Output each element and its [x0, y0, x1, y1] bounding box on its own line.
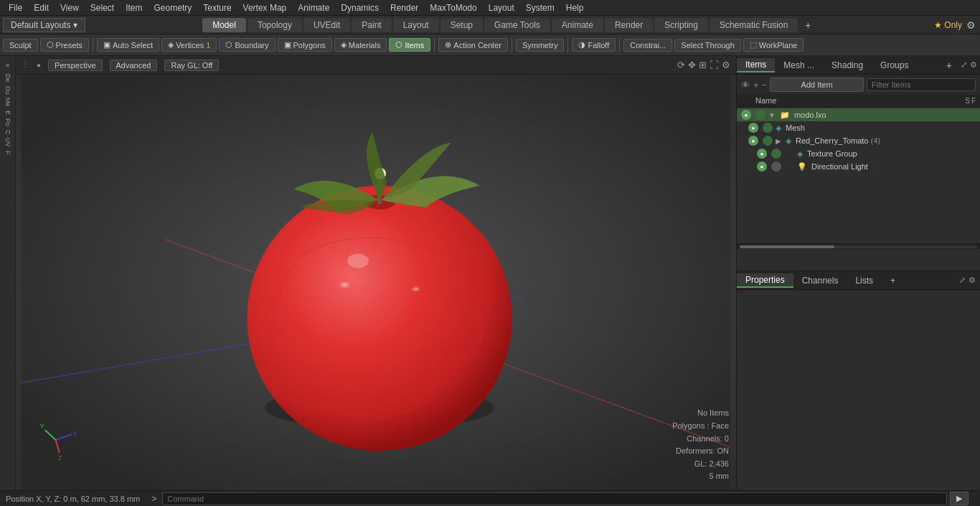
- tab-schematic-fusion[interactable]: Schematic Fusion: [710, 18, 798, 32]
- sidebar-label-uv[interactable]: UV: [4, 136, 12, 149]
- tab-groups[interactable]: Groups: [872, 59, 917, 72]
- menu-dynamics[interactable]: Dynamics: [335, 1, 385, 14]
- menu-texture[interactable]: Texture: [197, 1, 237, 14]
- vp-zoom-icon[interactable]: ⊞: [699, 60, 707, 70]
- vertices-button[interactable]: ◈ Vertices 1: [161, 38, 217, 52]
- command-run-button[interactable]: ▶: [950, 492, 969, 505]
- menu-vertex-map[interactable]: Vertex Map: [237, 1, 293, 14]
- items-gear-icon[interactable]: ⚙: [970, 60, 977, 70]
- advanced-button[interactable]: Advanced: [110, 60, 158, 71]
- tab-scripting[interactable]: Scripting: [654, 18, 708, 32]
- presets-button[interactable]: ⬡ Presets: [40, 38, 89, 52]
- workplane-button[interactable]: ⬚ WorkPlane: [743, 38, 804, 52]
- star-badge[interactable]: ★ Only: [934, 20, 962, 30]
- tab-mesh[interactable]: Mesh ...: [775, 59, 823, 72]
- materials-button[interactable]: ◈ Materials: [334, 38, 387, 52]
- sidebar-label-me[interactable]: Me: [4, 96, 12, 108]
- symmetry-button[interactable]: Symmetry: [516, 39, 565, 52]
- menu-system[interactable]: System: [520, 1, 560, 14]
- menu-maxtomodo[interactable]: MaxToModo: [424, 1, 482, 14]
- item-mesh[interactable]: ● ◈ Mesh: [737, 121, 980, 134]
- items-eye-icon[interactable]: 👁: [741, 80, 750, 90]
- tab-add[interactable]: +: [882, 274, 904, 287]
- tab-lists[interactable]: Lists: [847, 274, 882, 287]
- item-vis2-light[interactable]: [771, 161, 781, 172]
- command-input[interactable]: [162, 492, 947, 505]
- items-button[interactable]: ⬡ Items: [389, 38, 430, 52]
- canvas-area[interactable]: X Y Z No Items Polygons : Face Channels:…: [16, 75, 736, 490]
- vp-settings-icon[interactable]: ⚙: [722, 60, 730, 70]
- expand-cherry[interactable]: ▶: [776, 137, 781, 145]
- item-vis-cherry[interactable]: ●: [748, 136, 758, 146]
- scrollbar-thumb[interactable]: [740, 245, 834, 248]
- item-vis-modo[interactable]: ●: [741, 110, 751, 120]
- sidebar-label-e[interactable]: E: [4, 109, 12, 116]
- item-vis2-modo[interactable]: [755, 110, 765, 120]
- item-vis-light[interactable]: ●: [757, 161, 767, 172]
- props-gear-icon[interactable]: ⚙: [969, 276, 976, 285]
- item-vis-texture[interactable]: ●: [757, 149, 767, 159]
- menu-help[interactable]: Help: [560, 1, 590, 14]
- perspective-button[interactable]: Perspective: [48, 60, 102, 71]
- tab-items[interactable]: Items: [737, 58, 775, 72]
- menu-animate[interactable]: Animate: [292, 1, 335, 14]
- items-tab-add[interactable]: +: [941, 58, 958, 72]
- items-expand-icon[interactable]: ⤢: [961, 60, 967, 70]
- polygons-button[interactable]: ▣ Polygons: [278, 38, 332, 52]
- gear-icon[interactable]: ⚙: [966, 19, 976, 31]
- item-vis2-cherry[interactable]: [763, 136, 773, 146]
- tab-topology[interactable]: Topology: [248, 18, 302, 32]
- items-add-icon[interactable]: +: [753, 80, 759, 90]
- sort-desc-icon[interactable]: F: [971, 97, 976, 105]
- item-vis2-texture[interactable]: [771, 149, 781, 159]
- sidebar-label-po[interactable]: Po: [4, 117, 12, 128]
- props-expand-icon[interactable]: ⤢: [959, 276, 966, 285]
- item-vis-mesh[interactable]: ●: [748, 123, 758, 133]
- constraints-button[interactable]: Constrai...: [623, 39, 672, 52]
- vp-fit-icon[interactable]: ⛶: [710, 60, 719, 70]
- menu-layout[interactable]: Layout: [483, 1, 520, 14]
- tab-model[interactable]: Model: [202, 18, 246, 32]
- layout-dropdown[interactable]: Default Layouts ▾: [3, 18, 85, 32]
- sculpt-button[interactable]: Sculpt: [3, 39, 38, 52]
- menu-edit[interactable]: Edit: [28, 1, 55, 14]
- tab-game-tools[interactable]: Game Tools: [484, 18, 550, 32]
- menu-select[interactable]: Select: [85, 1, 120, 14]
- sidebar-label-du[interactable]: Du: [4, 85, 12, 96]
- sort-asc-icon[interactable]: S: [965, 97, 970, 105]
- tab-render[interactable]: Render: [605, 18, 653, 32]
- select-through-button[interactable]: Select Through: [674, 39, 740, 52]
- viewport[interactable]: ⋮ ● Perspective Advanced Ray GL: Off ⟳ ✥…: [16, 56, 736, 490]
- tab-setup[interactable]: Setup: [440, 18, 483, 32]
- sidebar-label-f[interactable]: F: [4, 149, 12, 156]
- action-center-button[interactable]: ⊕ Action Center: [438, 38, 508, 52]
- sidebar-label-de[interactable]: De: [4, 72, 12, 84]
- add-item-button[interactable]: Add Item: [770, 78, 864, 92]
- ray-gl-button[interactable]: Ray GL: Off: [164, 60, 219, 71]
- auto-select-button[interactable]: ▣ Auto Select: [97, 38, 159, 52]
- item-red-cherry[interactable]: ● ▶ ◈ Red_Cherry_Tomato (4): [737, 134, 980, 147]
- menu-render[interactable]: Render: [385, 1, 424, 14]
- tab-channels[interactable]: Channels: [793, 274, 847, 287]
- item-modo-lxo[interactable]: ● ▼ 📁 modo.lxo: [737, 108, 980, 121]
- items-minus-icon[interactable]: −: [762, 80, 768, 90]
- menu-view[interactable]: View: [55, 1, 85, 14]
- tab-properties[interactable]: Properties: [737, 273, 793, 288]
- expand-modo[interactable]: ▼: [768, 111, 776, 119]
- tab-paint[interactable]: Paint: [352, 18, 391, 32]
- tab-animate[interactable]: Animate: [552, 18, 603, 32]
- item-directional-light[interactable]: ● 💡 Directional Light: [737, 160, 980, 173]
- sidebar-icon-1[interactable]: ≡: [1, 59, 14, 72]
- viewport-options-icon[interactable]: ⋮: [22, 60, 29, 70]
- tab-layout[interactable]: Layout: [393, 18, 439, 32]
- vp-pan-icon[interactable]: ✥: [688, 60, 696, 70]
- menu-item[interactable]: Item: [120, 1, 148, 14]
- item-vis2-mesh[interactable]: [763, 123, 773, 133]
- boundary-button[interactable]: ⬡ Boundary: [219, 38, 275, 52]
- items-list[interactable]: ● ▼ 📁 modo.lxo ● ◈ Mesh ● ▶: [737, 107, 980, 243]
- items-scrollbar[interactable]: [737, 243, 980, 249]
- tab-add[interactable]: +: [799, 17, 816, 33]
- falloff-button[interactable]: ◑ Falloff: [572, 38, 616, 52]
- tab-uvedit[interactable]: UVEdit: [303, 18, 350, 32]
- menu-file[interactable]: File: [3, 1, 28, 14]
